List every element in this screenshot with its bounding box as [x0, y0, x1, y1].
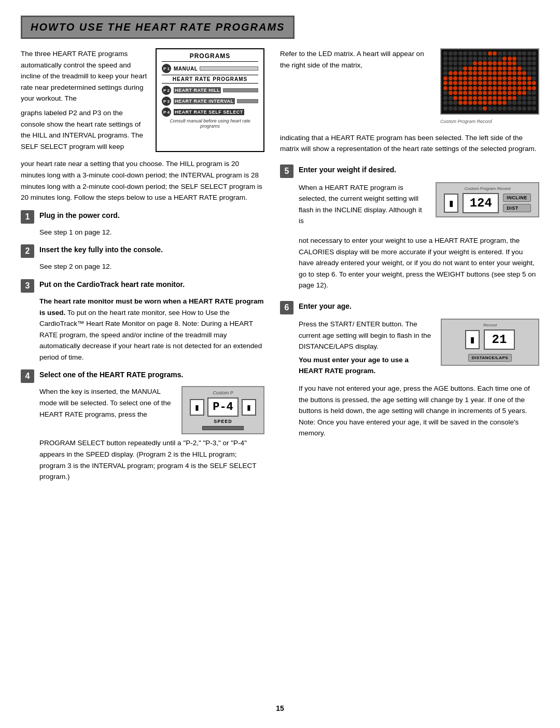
ld	[463, 71, 467, 75]
ld	[532, 86, 536, 90]
ld	[498, 106, 502, 111]
ld	[453, 86, 457, 90]
step6-body2: You must enter your age to use a HEART R…	[299, 354, 432, 377]
p4-badge: P 4	[162, 107, 171, 117]
ld	[493, 101, 497, 105]
led-matrix-container: Custom Program Record	[440, 48, 539, 124]
ld	[449, 106, 453, 111]
step5-header: 5 Enter your weight if desired.	[280, 165, 539, 178]
ld	[488, 61, 492, 65]
ld	[473, 96, 477, 100]
step5-body1: When a HEART RATE program is selected, t…	[299, 182, 427, 227]
ld	[508, 96, 512, 100]
ld	[473, 66, 477, 71]
ld	[498, 81, 502, 85]
ld	[478, 91, 482, 95]
ld	[532, 101, 536, 105]
ld	[488, 66, 492, 71]
ld	[512, 71, 516, 75]
ld	[458, 51, 463, 56]
ld	[488, 57, 492, 61]
page-number: 15	[276, 704, 284, 712]
step5-with-img: When a HEART RATE program is selected, t…	[299, 182, 539, 231]
ld	[443, 106, 447, 111]
ld	[532, 76, 536, 80]
ld	[483, 66, 487, 71]
ld	[468, 61, 472, 65]
ld	[478, 61, 482, 65]
ld	[453, 66, 457, 71]
dist-btn: DIST	[503, 204, 531, 212]
ld	[483, 61, 487, 65]
ld	[493, 66, 497, 71]
speed-display-box: Custom P ▮ P-4 ▮ SPEED	[181, 386, 264, 434]
step6-section: 6 Enter your age. Press the START/ ENTER…	[280, 301, 539, 439]
ld	[522, 57, 526, 61]
ld	[453, 91, 457, 95]
ld	[463, 57, 467, 61]
ld	[443, 91, 447, 95]
ld	[532, 71, 536, 75]
ld	[512, 61, 516, 65]
dist-custom-label: Record	[483, 323, 497, 327]
step1-title: Plug in the power cord.	[39, 211, 120, 221]
step6-body1: Press the START/ ENTER button. The curre…	[299, 319, 432, 352]
ld	[508, 51, 512, 56]
ld	[498, 96, 502, 100]
step3-text1: The heart rate monitor must be worn when…	[39, 296, 264, 363]
ld	[473, 61, 477, 65]
p2-label: HEART RATE HILL	[174, 87, 221, 93]
ld	[493, 51, 497, 56]
ld	[453, 51, 457, 56]
step3-header: 3 Put on the CardioTrack heart rate moni…	[21, 280, 264, 293]
ld	[449, 66, 453, 71]
ld	[532, 96, 536, 100]
ld	[517, 86, 522, 90]
step1-num: 1	[21, 210, 34, 224]
ld	[517, 51, 522, 56]
p2-badge: P 2	[162, 86, 171, 95]
ld	[527, 106, 531, 111]
ld	[498, 71, 502, 75]
speed-seg-main: P-4	[207, 397, 239, 417]
led-row-4	[443, 66, 536, 71]
ld	[527, 57, 531, 61]
ld	[483, 101, 487, 105]
ld	[468, 101, 472, 105]
ld	[458, 86, 463, 90]
ld	[532, 51, 536, 56]
ld	[473, 57, 477, 61]
intro-p1: The three HEART RATE programs automatica…	[21, 48, 147, 104]
ld	[498, 76, 502, 80]
ld	[512, 76, 516, 80]
ld	[458, 81, 463, 85]
ld	[449, 91, 453, 95]
ld	[512, 106, 516, 111]
ld	[527, 71, 531, 75]
step5-body2: not necessary to enter your weight to us…	[299, 235, 539, 291]
ld	[473, 86, 477, 90]
speed-seg1: ▮	[190, 399, 204, 416]
speed-seg2: ▮	[242, 399, 256, 416]
intro-p2-end: your heart rate near a setting that you …	[21, 158, 264, 203]
ld	[483, 96, 487, 100]
ld	[478, 57, 482, 61]
step4-body2: PROGRAM SELECT button repeatedly until a…	[39, 437, 264, 482]
ld	[458, 66, 463, 71]
ld	[449, 57, 453, 61]
ld	[478, 66, 482, 71]
ld	[502, 81, 507, 85]
step3-body2: To put on the heart rate monitor, see Ho…	[39, 309, 262, 361]
ld	[463, 61, 467, 65]
ld	[502, 91, 507, 95]
ld	[488, 106, 492, 111]
custom-p-label: Custom P	[213, 390, 233, 395]
ld	[532, 57, 536, 61]
ld	[508, 81, 512, 85]
weight-left-seg: ▮	[444, 194, 458, 213]
step6-title: Enter your age.	[299, 301, 352, 312]
ld	[483, 51, 487, 56]
ld	[498, 86, 502, 90]
ld	[522, 61, 526, 65]
matrix-caption: Custom Program Record	[440, 119, 539, 124]
